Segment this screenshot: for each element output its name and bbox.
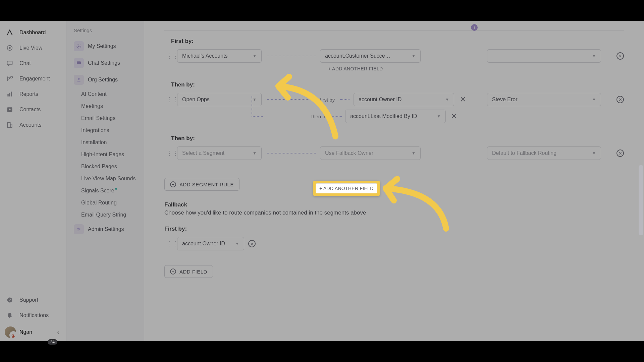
drag-handle-icon[interactable]: ⋮⋮ (166, 96, 173, 103)
field-select[interactable]: account.Customer Succe…▼ (320, 49, 421, 63)
chat-settings-icon (74, 58, 84, 68)
help-icon: ? (6, 296, 13, 304)
remove-rule-button[interactable]: ✕ (616, 52, 624, 60)
chevron-down-icon: ▼ (412, 151, 416, 156)
highlight-callout: + ADD ANOTHER FIELD (313, 181, 380, 196)
sub-blocked-pages[interactable]: Blocked Pages (66, 161, 144, 173)
svg-point-18 (79, 228, 80, 230)
nav-label: Notifications (19, 312, 49, 318)
scrollbar-thumb[interactable] (639, 165, 643, 235)
chevron-down-icon: ▼ (592, 54, 596, 58)
connector-line (266, 153, 316, 154)
fallback-field-select[interactable]: account.Owner ID▼ (177, 237, 244, 250)
drag-handle-icon[interactable]: ⋮⋮ (166, 52, 173, 60)
first-by-label: First by: (164, 38, 624, 45)
nav-live-view[interactable]: Live View (0, 40, 66, 56)
count-badge: 24 (48, 339, 57, 345)
collapse-nav-button[interactable] (56, 330, 61, 335)
field-select[interactable]: account.Owner ID▼ (354, 93, 454, 106)
g-badge: g. (9, 331, 17, 339)
main-panel: i First by: ⋮⋮ Michael's Accounts▼ accou… (144, 21, 644, 341)
gear-icon (74, 41, 84, 51)
nav-label: Contacts (19, 107, 41, 113)
fallback-heading: Fallback (164, 201, 624, 208)
plus-icon: + (170, 181, 176, 187)
chevron-down-icon: ▼ (253, 97, 257, 102)
eye-icon (6, 44, 13, 52)
nav-chat[interactable]: Chat (0, 56, 66, 71)
chat-settings[interactable]: Chat Settings (66, 55, 144, 71)
sub-email-query[interactable]: Email Query String (66, 209, 144, 221)
plus-icon: + (170, 268, 176, 275)
admin-icon (74, 224, 84, 234)
remove-field-button[interactable]: ✕ (248, 240, 256, 247)
rule-row-3: ⋮⋮ Select a Segment▼ Use Fallback Owner▼… (164, 146, 624, 160)
settings-label: My Settings (88, 43, 116, 49)
nav-notifications[interactable]: Notifications (0, 308, 66, 323)
nav-support[interactable]: ? Support (0, 292, 66, 308)
nav-dashboard[interactable]: Dashboard (0, 25, 66, 40)
rule-row-1: ⋮⋮ Michael's Accounts▼ account.Customer … (164, 49, 624, 63)
sub-global-routing[interactable]: Global Routing (66, 197, 144, 209)
remove-rule-button[interactable]: ✕ (616, 149, 624, 157)
then-by-label: Then by: (164, 135, 624, 142)
nav-rail: Dashboard Live View Chat Engagement Repo… (0, 21, 66, 341)
drag-handle-icon[interactable]: ⋮⋮ (166, 149, 173, 157)
bell-icon (6, 312, 13, 319)
chevron-down-icon: ▼ (592, 97, 596, 102)
nav-label: Engagement (19, 76, 50, 82)
nav-accounts[interactable]: Accounts (0, 117, 66, 133)
svg-rect-6 (11, 92, 12, 97)
my-settings[interactable]: My Settings (66, 38, 144, 55)
sub-integrations[interactable]: Integrations (66, 124, 144, 136)
add-segment-rule-button[interactable]: + ADD SEGMENT RULE (164, 178, 239, 191)
field-select[interactable]: Use Fallback Owner▼ (320, 146, 421, 160)
connector-vline (252, 96, 252, 116)
sub-map-sounds[interactable]: Live View Map Sounds (66, 173, 144, 185)
field-select[interactable]: account.Last Modified By ID▼ (345, 110, 446, 123)
logo-icon (6, 29, 13, 36)
info-icon[interactable]: i (471, 24, 478, 31)
remove-rule-button[interactable]: ✕ (616, 96, 624, 103)
highlight-label[interactable]: + ADD ANOTHER FIELD (316, 183, 377, 193)
add-another-field-link[interactable]: + ADD ANOTHER FIELD (328, 66, 624, 71)
remove-field-button[interactable]: ✕ (449, 112, 459, 121)
svg-rect-10 (10, 124, 12, 128)
owner-select[interactable]: ▼ (487, 49, 601, 63)
sub-email-settings[interactable]: Email Settings (66, 112, 144, 124)
svg-rect-2 (7, 61, 12, 65)
segment-select[interactable]: Open Opps▼ (177, 93, 262, 106)
chevron-down-icon: ▼ (235, 241, 239, 246)
fallback-row: ⋮⋮ account.Owner ID▼ ✕ (164, 237, 624, 250)
sub-ai-content[interactable]: AI Content (66, 88, 144, 100)
first-by-mini: first by (320, 97, 335, 103)
then-by-mini: then by (311, 114, 328, 119)
sub-installation[interactable]: Installation (66, 136, 144, 148)
nav-engagement[interactable]: Engagement (0, 71, 66, 86)
nav-label: Chat (19, 60, 31, 66)
chevron-down-icon: ▼ (253, 54, 257, 58)
connector-line (340, 99, 350, 100)
nav-reports[interactable]: Reports (0, 86, 66, 102)
connector-hline (252, 116, 263, 117)
sub-meetings[interactable]: Meetings (66, 100, 144, 112)
then-by-label: Then by: (164, 81, 624, 88)
sub-signals-score[interactable]: Signals Score (66, 185, 144, 197)
remove-field-button[interactable]: ✕ (458, 95, 468, 104)
nav-contacts[interactable]: Contacts (0, 102, 66, 117)
segment-select[interactable]: Select a Segment▼ (177, 146, 262, 160)
settings-label: Chat Settings (88, 60, 120, 66)
drag-handle-icon[interactable]: ⋮⋮ (166, 240, 173, 247)
user-name: Ngan (19, 329, 32, 335)
svg-point-13 (9, 317, 10, 318)
owner-select[interactable]: Steve Eror▼ (487, 93, 601, 106)
org-settings[interactable]: Org Settings (66, 71, 144, 88)
admin-settings[interactable]: Admin Settings (66, 221, 144, 238)
segment-select[interactable]: Michael's Accounts▼ (177, 49, 262, 63)
svg-point-8 (9, 109, 11, 110)
rule-2-sub-row: then by account.Last Modified By ID▼ ✕ (264, 110, 624, 123)
owner-select[interactable]: Default to Fallback Routing▼ (487, 146, 601, 160)
add-field-button[interactable]: + ADD FIELD (164, 265, 213, 278)
avatar: g. (5, 326, 16, 338)
sub-high-intent[interactable]: High-Intent Pages (66, 148, 144, 161)
